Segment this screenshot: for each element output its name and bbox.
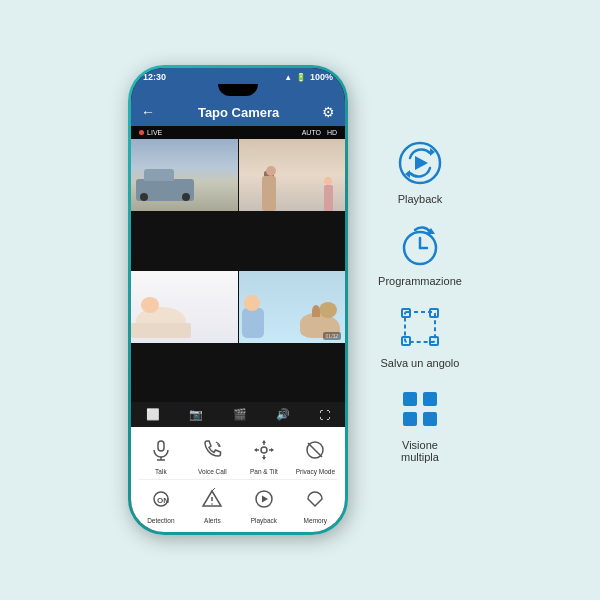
svg-line-13 (308, 443, 322, 457)
pan-tilt-action[interactable]: Pan & Tilt (238, 435, 290, 475)
back-button[interactable]: ← (141, 104, 155, 120)
feature-salva-label: Salva un angolo (381, 357, 460, 369)
svg-rect-37 (403, 412, 417, 426)
privacy-mode-icon-wrap (300, 435, 330, 465)
wifi-icon: ▲ (284, 73, 292, 82)
feature-visione: Visione multipla (378, 383, 462, 463)
privacy-mode-label: Privacy Mode (296, 468, 335, 475)
fullscreen-icon[interactable]: ⛶ (319, 409, 330, 421)
camera-view: LIVE AUTO HD (131, 126, 345, 427)
svg-marker-21 (262, 496, 268, 503)
svg-marker-25 (415, 156, 428, 170)
playback-label: Playback (251, 517, 277, 524)
controls-bar: ⬜ 📷 🎬 🔊 ⛶ (131, 402, 345, 427)
talk-label: Talk (155, 468, 167, 475)
app-title: Tapo Camera (198, 105, 279, 120)
playback-icon (253, 488, 275, 510)
snapshot-icon[interactable]: 📷 (189, 408, 203, 421)
voice-call-icon-wrap (197, 435, 227, 465)
svg-marker-7 (262, 457, 266, 460)
detection-action[interactable]: ON Detection (135, 484, 187, 524)
feature-playback-svg (395, 138, 445, 188)
memory-icon (304, 488, 326, 510)
svg-rect-38 (423, 412, 437, 426)
camera-grid: 01/32 (131, 139, 345, 402)
svg-rect-36 (423, 392, 437, 406)
quick-actions-row1: Talk Voice Call (131, 427, 345, 479)
voice-call-label: Voice Call (198, 468, 227, 475)
feature-prog-icon-wrap (394, 219, 446, 271)
svg-point-18 (212, 503, 214, 505)
svg-text:ON: ON (157, 496, 169, 505)
quick-actions-row2: ON Detection (131, 480, 345, 532)
feature-salva-svg (395, 302, 445, 352)
video-icon[interactable]: 🎬 (233, 408, 247, 421)
feature-prog-svg (395, 220, 445, 270)
camera-cell-2 (239, 139, 346, 211)
svg-line-19 (212, 488, 215, 491)
mic-icon (150, 439, 172, 461)
memory-icon-wrap (300, 484, 330, 514)
svg-marker-11 (271, 448, 274, 452)
phone-screen: 12:30 ▲ 🔋 100% ← Tapo Camera ⚙ (131, 68, 345, 532)
memory-label: Memory (304, 517, 327, 524)
bottom-panel: Talk Voice Call (131, 427, 345, 532)
page-indicator: 01/32 (323, 332, 342, 340)
notch-area (131, 84, 345, 98)
pan-tilt-icon-wrap (249, 435, 279, 465)
svg-rect-35 (403, 392, 417, 406)
phone-frame: 12:30 ▲ 🔋 100% ← Tapo Camera ⚙ (128, 65, 348, 535)
pan-tilt-label: Pan & Tilt (250, 468, 278, 475)
alerts-icon-wrap (197, 484, 227, 514)
live-label: LIVE (147, 129, 162, 136)
playback-icon-wrap (249, 484, 279, 514)
alerts-icon (201, 488, 223, 510)
privacy-mode-action[interactable]: Privacy Mode (290, 435, 342, 475)
detection-icon-wrap: ON (146, 484, 176, 514)
auto-option[interactable]: AUTO (302, 129, 321, 136)
battery-label: 100% (310, 72, 333, 82)
arrows-icon (253, 439, 275, 461)
svg-point-3 (261, 447, 267, 453)
detection-icon: ON (150, 488, 172, 510)
quality-options: AUTO HD (302, 129, 337, 136)
feature-visione-icon-wrap (394, 383, 446, 435)
notch (218, 84, 258, 96)
live-indicator: LIVE (139, 129, 162, 136)
svg-marker-5 (262, 440, 266, 443)
alerts-label: Alerts (204, 517, 221, 524)
app-header: ← Tapo Camera ⚙ (131, 98, 345, 126)
feature-prog-label: Programmazione (378, 275, 462, 287)
playback-action[interactable]: Playback (238, 484, 290, 524)
camera-cell-3 (131, 271, 238, 343)
privacy-icon (304, 439, 326, 461)
phone-icon (201, 439, 223, 461)
main-container: 12:30 ▲ 🔋 100% ← Tapo Camera ⚙ (0, 0, 600, 600)
feature-visione-label: Visione multipla (401, 439, 439, 463)
record-icon[interactable]: ⬜ (146, 408, 160, 421)
feature-playback: Playback (378, 137, 462, 205)
memory-action[interactable]: Memory (290, 484, 342, 524)
camera-cell-1 (131, 139, 238, 211)
feature-playback-icon-wrap (394, 137, 446, 189)
alerts-action[interactable]: Alerts (187, 484, 239, 524)
feature-salva-icon-wrap (394, 301, 446, 353)
status-time: 12:30 (143, 72, 166, 82)
live-bar: LIVE AUTO HD (131, 126, 345, 139)
detection-label: Detection (147, 517, 174, 524)
svg-rect-0 (158, 441, 164, 451)
talk-icon-wrap (146, 435, 176, 465)
settings-icon[interactable]: ⚙ (322, 104, 335, 120)
voice-call-action[interactable]: Voice Call (187, 435, 239, 475)
hd-option[interactable]: HD (327, 129, 337, 136)
battery-icon: 🔋 (296, 73, 306, 82)
camera-cell-4: 01/32 (239, 271, 346, 343)
volume-icon[interactable]: 🔊 (276, 408, 290, 421)
live-dot (139, 130, 144, 135)
feature-salva: Salva un angolo (378, 301, 462, 369)
status-bar: 12:30 ▲ 🔋 100% (131, 68, 345, 84)
feature-playback-label: Playback (398, 193, 443, 205)
talk-action[interactable]: Talk (135, 435, 187, 475)
features-panel: Playback Programmazione (378, 137, 472, 463)
feature-visione-svg (395, 384, 445, 434)
